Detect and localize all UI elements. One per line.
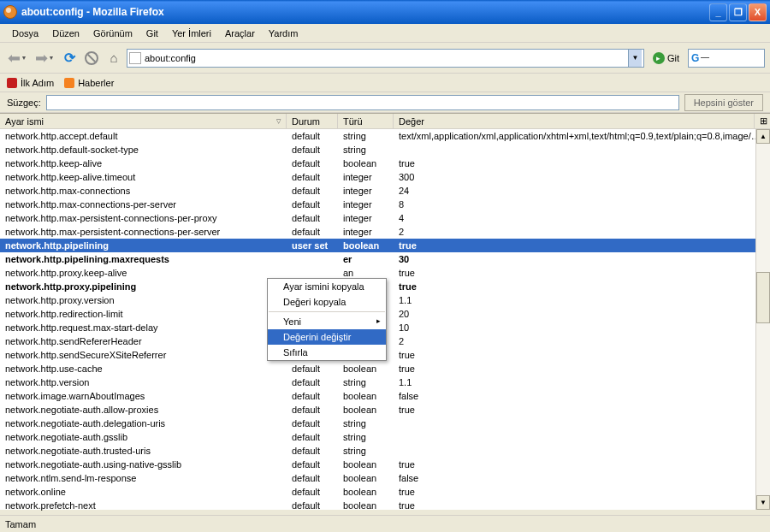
reload-icon: ⟳ <box>64 50 75 66</box>
search-underline-icon <box>701 57 709 58</box>
table-row[interactable]: network.negotiate-auth.gsslibdefaultstri… <box>0 430 770 444</box>
home-button[interactable]: ⌂ <box>104 49 123 68</box>
stop-button[interactable] <box>82 49 101 68</box>
col-name[interactable]: Ayar ismi▽ <box>0 114 287 128</box>
menu-help[interactable]: Yardım <box>262 27 305 40</box>
bookmark-first-step[interactable]: İlk Adım <box>7 78 54 88</box>
menu-bookmarks[interactable]: Yer İmleri <box>165 27 218 40</box>
table-cell: an <box>338 268 394 278</box>
table-cell: default <box>287 158 338 168</box>
ctx-modify[interactable]: Değerini değiştir <box>268 329 386 345</box>
menu-view[interactable]: Görünüm <box>86 27 139 40</box>
table-cell: string <box>338 145 394 155</box>
table-cell: default <box>287 432 338 442</box>
table-row[interactable]: network.image.warnAboutImagesdefaultbool… <box>0 389 770 403</box>
menu-tools[interactable]: Araçlar <box>218 27 262 40</box>
filter-input[interactable] <box>46 95 679 110</box>
ctx-new[interactable]: Yeni <box>268 314 386 329</box>
ctx-reset[interactable]: Sıfırla <box>268 345 386 360</box>
search-box[interactable]: G <box>688 49 765 68</box>
table-cell: network.online <box>0 487 287 497</box>
ctx-copy-name[interactable]: Ayar ismini kopyala <box>268 279 386 294</box>
col-value[interactable]: Değer <box>394 114 755 128</box>
table-row[interactable]: network.http.versiondefaultstring1.1 <box>0 375 770 389</box>
table-row[interactable]: network.http.keep-alive.timeoutdefaultin… <box>0 170 770 184</box>
table-row[interactable]: network.http.pipelining.maxrequestser30 <box>0 252 770 266</box>
table-row[interactable]: network.negotiate-auth.allow-proxiesdefa… <box>0 403 770 417</box>
table-cell: default <box>287 459 338 470</box>
table-row[interactable]: network.http.accept.defaultdefaultstring… <box>0 129 770 143</box>
menu-file[interactable]: Dosya <box>5 27 45 40</box>
table-cell: true <box>394 240 770 251</box>
url-dropdown-button[interactable]: ▼ <box>628 50 642 67</box>
table-cell: false <box>394 391 770 401</box>
table-cell: true <box>394 350 770 360</box>
table-row[interactable]: network.http.max-connections-per-serverd… <box>0 198 770 211</box>
go-button[interactable]: ▸ Git <box>648 52 684 64</box>
table-cell: string <box>338 377 394 387</box>
table-cell: true <box>394 268 770 278</box>
table-cell: network.http.sendRefererHeader <box>0 336 287 346</box>
table-row[interactable]: network.negotiate-auth.delegation-urisde… <box>0 417 770 430</box>
table-row[interactable]: network.http.keep-alivedefaultbooleantru… <box>0 157 770 170</box>
table-cell: boolean <box>338 364 394 374</box>
table-cell: boolean <box>338 405 394 415</box>
table-row[interactable]: network.http.default-socket-typedefaults… <box>0 143 770 157</box>
back-button[interactable]: ⬅▼ <box>5 46 29 70</box>
table-cell: default <box>287 487 338 497</box>
url-input[interactable] <box>145 50 628 66</box>
table-cell: 24 <box>394 186 770 196</box>
show-all-button[interactable]: Hepsini göster <box>684 94 763 111</box>
forward-button[interactable]: ➡▼ <box>33 46 56 70</box>
filter-label: Süzgeç: <box>7 98 41 108</box>
col-status[interactable]: Durum <box>287 114 338 128</box>
table-cell: network.http.max-persistent-connections-… <box>0 227 287 237</box>
menu-go[interactable]: Git <box>139 27 165 40</box>
maximize-button[interactable]: ❐ <box>729 3 747 21</box>
scroll-thumb[interactable] <box>756 272 770 323</box>
ctx-copy-value[interactable]: Değeri kopyala <box>268 294 386 310</box>
table-cell: boolean <box>338 391 394 401</box>
scroll-track[interactable] <box>756 144 770 495</box>
table-row[interactable]: network.http.max-persistent-connections-… <box>0 225 770 239</box>
col-picker[interactable]: ⊞ <box>755 114 770 128</box>
table-cell: network.negotiate-auth.gsslib <box>0 432 287 442</box>
table-cell: network.http.default-socket-type <box>0 145 287 155</box>
table-cell: network.http.accept.default <box>0 131 287 141</box>
table-row[interactable]: network.negotiate-auth.using-native-gssl… <box>0 458 770 471</box>
table-row[interactable]: network.http.use-cachedefaultbooleantrue <box>0 362 770 375</box>
table-row[interactable]: network.ntlm.send-lm-responsedefaultbool… <box>0 471 770 485</box>
table-cell: er <box>338 254 394 264</box>
table-row[interactable]: network.prefetch-nextdefaultbooleantrue <box>0 499 770 511</box>
table-cell: 2 <box>394 336 770 346</box>
url-bar[interactable]: ▼ <box>127 49 644 68</box>
sort-indicator-icon: ▽ <box>276 118 281 125</box>
vertical-scrollbar[interactable]: ▲ ▼ <box>755 129 770 510</box>
table-cell: string <box>338 446 394 456</box>
table-row[interactable]: network.http.max-connectionsdefaultinteg… <box>0 184 770 198</box>
bookmark-news[interactable]: Haberler <box>64 78 114 88</box>
scroll-up-button[interactable]: ▲ <box>756 129 770 144</box>
table-cell: false <box>394 473 770 483</box>
table-cell: default <box>287 213 338 223</box>
col-type[interactable]: Türü <box>338 114 394 128</box>
table-cell: network.negotiate-auth.allow-proxies <box>0 405 287 415</box>
table-cell: network.negotiate-auth.delegation-uris <box>0 418 287 429</box>
table-row[interactable]: network.onlinedefaultbooleantrue <box>0 485 770 499</box>
page-icon <box>129 52 141 64</box>
scroll-down-button[interactable]: ▼ <box>756 495 770 510</box>
minimize-button[interactable]: _ <box>709 3 727 21</box>
table-cell: integer <box>338 172 394 182</box>
table-cell: boolean <box>338 240 394 251</box>
table-row[interactable]: network.negotiate-auth.trusted-urisdefau… <box>0 444 770 458</box>
table-cell: integer <box>338 199 394 210</box>
table-row[interactable]: network.http.max-persistent-connections-… <box>0 211 770 225</box>
close-button[interactable]: X <box>749 3 767 21</box>
table-cell: network.negotiate-auth.trusted-uris <box>0 446 287 456</box>
table-row[interactable]: network.http.pipelininguser setbooleantr… <box>0 239 770 252</box>
table-cell: default <box>287 172 338 182</box>
titlebar[interactable]: about:config - Mozilla Firefox _ ❐ X <box>0 0 770 24</box>
menu-edit[interactable]: Düzen <box>45 27 86 40</box>
table-cell: boolean <box>338 500 394 511</box>
reload-button[interactable]: ⟳ <box>60 49 79 68</box>
